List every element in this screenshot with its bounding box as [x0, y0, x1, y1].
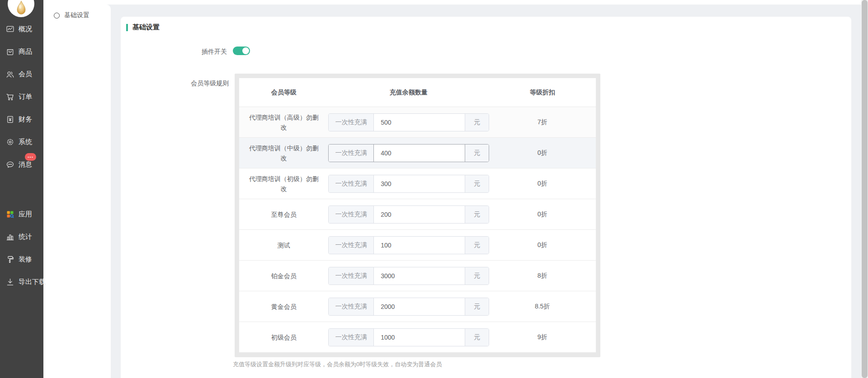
- input-append-label: 元: [465, 237, 489, 254]
- input-append-label: 元: [465, 175, 489, 192]
- app-window: 概况 商品 会员 订单: [0, 0, 868, 378]
- recharge-input-group: 一次性充满 元: [328, 328, 489, 346]
- avatar[interactable]: [8, 0, 34, 17]
- sidebar-item-export-download[interactable]: 导出下载: [0, 271, 43, 293]
- table-row: 代理商培训（初级）勿删改 一次性充满 元 0折: [239, 168, 596, 199]
- discount-cell: 8折: [489, 272, 596, 280]
- sidebar-item-label: 商品: [19, 47, 32, 56]
- table-row: 测试 一次性充满 元 0折: [239, 230, 596, 261]
- discount-cell: 0折: [489, 180, 596, 188]
- sidebar-item-goods[interactable]: 商品: [0, 40, 43, 63]
- plugin-switch-toggle[interactable]: [233, 47, 250, 55]
- system-icon: [6, 138, 14, 146]
- accent-bar: [126, 24, 128, 31]
- recharge-input-group: 一次性充满 元: [328, 236, 489, 254]
- input-prepend-label: 一次性充满: [329, 145, 374, 162]
- input-prepend-label: 一次性充满: [329, 206, 374, 223]
- discount-cell: 7折: [489, 118, 596, 126]
- input-append-label: 元: [465, 298, 489, 315]
- primary-sidebar: 概况 商品 会员 订单: [0, 0, 43, 378]
- recharge-input-group: 一次性充满 元: [328, 144, 489, 162]
- input-append-label: 元: [465, 114, 489, 131]
- input-prepend-label: 一次性充满: [329, 114, 374, 131]
- goods-icon: [6, 47, 14, 56]
- page-title: 基础设置: [132, 23, 160, 32]
- radio-circle-icon: [54, 13, 60, 19]
- droplet-logo-icon: [16, 0, 27, 16]
- sidebar-item-orders[interactable]: 订单: [0, 85, 43, 108]
- sidebar-item-label: 导出下载: [19, 278, 46, 286]
- submenu-item-label: 基础设置: [64, 11, 90, 19]
- sidebar-item-overview[interactable]: 概况: [0, 18, 43, 40]
- sidebar-item-label: 财务: [19, 115, 32, 124]
- sidebar-item-label: 装修: [19, 255, 32, 264]
- table-row: 初级会员 一次性充满 元 9折: [239, 322, 596, 353]
- recharge-input-group: 一次性充满 元: [328, 267, 489, 285]
- secondary-sidebar: 基础设置: [43, 5, 111, 378]
- member-level-table: 会员等级 充值余额数量 等级折扣 代理商培训（高级）勿删改 一次性充满 元 7折…: [239, 78, 596, 353]
- member-level-rules-label: 会员等级规则: [121, 79, 229, 88]
- column-header-recharge: 充值余额数量: [328, 89, 489, 97]
- sidebar-item-label: 统计: [19, 233, 32, 241]
- amount-input[interactable]: [374, 114, 465, 131]
- column-header-discount: 等级折扣: [489, 89, 596, 97]
- table-row: 代理商培训（高级）勿删改 一次性充满 元 7折: [239, 107, 596, 138]
- sidebar-item-messages[interactable]: 消息 ...: [0, 153, 43, 176]
- column-header-level: 会员等级: [239, 89, 328, 97]
- member-level-cell: 至尊会员: [239, 210, 328, 219]
- table-row: 黄金会员 一次性充满 元 8.5折: [239, 291, 596, 322]
- sidebar-item-label: 概况: [19, 25, 32, 33]
- recharge-input-group: 一次性充满 元: [328, 205, 489, 224]
- table-body: 代理商培训（高级）勿删改 一次性充满 元 7折 代理商培训（中级）勿删改 一次性…: [239, 107, 596, 353]
- members-icon: [6, 70, 14, 79]
- amount-input[interactable]: [374, 329, 465, 346]
- scrollbar-thumb[interactable]: [862, 0, 868, 378]
- sidebar-item-members[interactable]: 会员: [0, 63, 43, 85]
- input-prepend-label: 一次性充满: [329, 298, 374, 315]
- table-row: 至尊会员 一次性充满 元 0折: [239, 199, 596, 230]
- member-level-cell: 黄金会员: [239, 302, 328, 312]
- recharge-input-group: 一次性充满 元: [328, 175, 489, 193]
- page-scrollbar: [861, 0, 868, 378]
- nav-group-bottom: 应用 统计 装修 导出下载: [0, 203, 43, 293]
- sidebar-item-stats[interactable]: 统计: [0, 225, 43, 248]
- input-prepend-label: 一次性充满: [329, 175, 374, 192]
- sidebar-item-label: 应用: [19, 210, 32, 219]
- input-append-label: 元: [465, 206, 489, 223]
- decorate-icon: [6, 255, 14, 264]
- sidebar-item-label: 消息: [19, 160, 32, 169]
- amount-input[interactable]: [374, 267, 465, 285]
- top-strip: [43, 0, 868, 5]
- input-append-label: 元: [465, 145, 489, 162]
- discount-cell: 0折: [489, 241, 596, 249]
- amount-input[interactable]: [374, 145, 465, 162]
- recharge-input-group: 一次性充满 元: [328, 298, 489, 316]
- sidebar-item-finance[interactable]: 财务: [0, 108, 43, 131]
- table-header-row: 会员等级 充值余额数量 等级折扣: [239, 78, 596, 107]
- submenu-item-basic-settings[interactable]: 基础设置: [43, 5, 111, 26]
- amount-input[interactable]: [374, 206, 465, 223]
- amount-input[interactable]: [374, 298, 465, 315]
- input-append-label: 元: [465, 267, 489, 285]
- sidebar-item-system[interactable]: 系统: [0, 131, 43, 153]
- nav-group-top: 概况 商品 会员 订单: [0, 18, 43, 176]
- member-level-cell: 初级会员: [239, 332, 328, 342]
- member-level-cell: 铂金会员: [239, 271, 328, 281]
- discount-cell: 0折: [489, 210, 596, 219]
- message-badge: ...: [25, 153, 36, 161]
- amount-input[interactable]: [374, 175, 465, 192]
- orders-icon: [6, 93, 14, 101]
- sidebar-item-label: 订单: [19, 93, 32, 101]
- sidebar-item-decorate[interactable]: 装修: [0, 248, 43, 271]
- recharge-input-group: 一次性充满 元: [328, 113, 489, 131]
- input-prepend-label: 一次性充满: [329, 237, 374, 254]
- table-row: 代理商培训（中级）勿删改 一次性充满 元 0折: [239, 138, 596, 168]
- table-footnote: 充值等级设置金额升级到对应等级，会员余额为0时等级失效，自动变为普通会员: [233, 360, 442, 369]
- input-append-label: 元: [465, 329, 489, 346]
- member-level-cell: 代理商培训（初级）勿删改: [239, 174, 328, 194]
- stats-icon: [6, 233, 14, 241]
- member-level-cell: 代理商培训（中级）勿删改: [239, 143, 328, 163]
- sidebar-item-apps[interactable]: 应用: [0, 203, 43, 225]
- amount-input[interactable]: [374, 237, 465, 254]
- message-icon: [6, 160, 14, 169]
